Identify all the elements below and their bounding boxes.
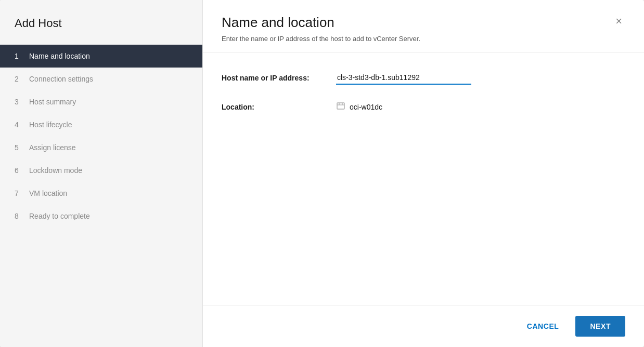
step-label-8: Ready to complete [29,212,90,220]
location-row: Location: oci-w01dc [222,101,625,113]
host-name-row: Host name or IP address: [222,71,625,85]
step-num-1: 1 [15,52,24,60]
step-num-2: 2 [15,75,24,83]
step-label-7: VM location [29,189,67,197]
sidebar-step-1[interactable]: 1Name and location [0,45,202,68]
step-label-6: Lockdown mode [29,166,82,175]
main-panel: Name and location Enter the name or IP a… [203,0,644,347]
location-label: Location: [222,103,336,111]
sidebar-step-7[interactable]: 7VM location [0,182,202,205]
step-num-5: 5 [15,143,24,152]
sidebar-step-5[interactable]: 5Assign license [0,136,202,159]
sidebar: Add Host 1Name and location2Connection s… [0,0,203,347]
main-header: Name and location Enter the name or IP a… [203,0,644,52]
step-label-1: Name and location [29,52,90,60]
step-label-4: Host lifecycle [29,121,72,129]
cancel-button[interactable]: CANCEL [518,317,569,336]
close-button[interactable]: × [612,15,625,28]
footer: CANCEL NEXT [203,305,644,347]
sidebar-step-2[interactable]: 2Connection settings [0,68,202,90]
step-label-5: Assign license [29,143,76,152]
sidebar-step-8[interactable]: 8Ready to complete [0,205,202,228]
page-title: Name and location [222,15,420,31]
step-label-3: Host summary [29,98,76,106]
sidebar-step-3[interactable]: 3Host summary [0,90,202,113]
add-host-dialog: Add Host 1Name and location2Connection s… [0,0,644,347]
steps-list: 1Name and location2Connection settings3H… [0,45,202,347]
location-value: oci-w01dc [350,103,382,111]
dialog-title: Add Host [0,0,202,45]
step-num-8: 8 [15,212,24,220]
location-icon [336,101,345,113]
next-button[interactable]: NEXT [575,316,625,337]
step-num-4: 4 [15,121,24,129]
step-num-7: 7 [15,189,24,197]
form-body: Host name or IP address: Location: oci-w… [203,52,644,305]
sidebar-step-4[interactable]: 4Host lifecycle [0,113,202,136]
step-label-2: Connection settings [29,75,93,83]
host-name-input[interactable] [336,71,471,85]
step-num-3: 3 [15,98,24,106]
sidebar-step-6[interactable]: 6Lockdown mode [0,159,202,182]
svg-rect-0 [337,103,344,109]
page-subtitle: Enter the name or IP address of the host… [222,35,420,43]
step-num-6: 6 [15,166,24,175]
host-name-label: Host name or IP address: [222,74,336,82]
